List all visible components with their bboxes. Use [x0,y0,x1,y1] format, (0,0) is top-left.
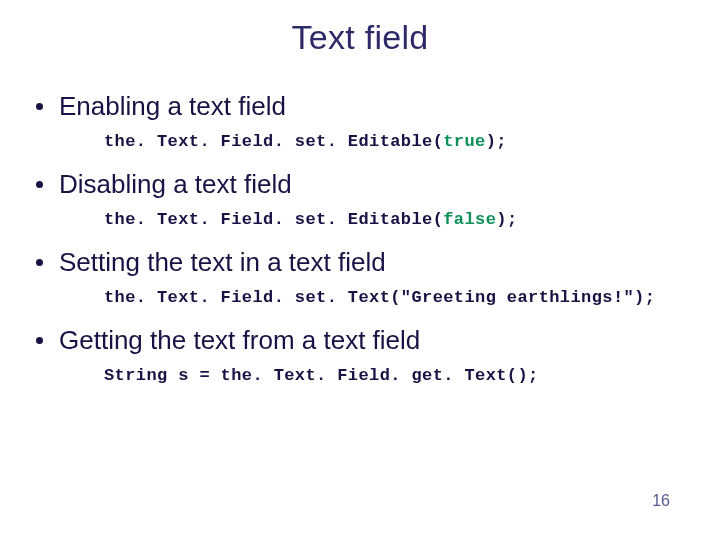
code-prefix-3: the. Text. Field. set. Text("Greeting ea… [104,288,655,307]
slide-title: Text field [36,18,684,57]
code-suffix-2: ); [496,210,517,229]
bullet-heading-3: Setting the text in a text field [36,247,684,278]
bullet-text-1: Enabling a text field [59,91,286,122]
bullet-dot-icon [36,103,43,110]
code-suffix-1: ); [486,132,507,151]
bullet-group-4: Getting the text from a text field Strin… [36,325,684,385]
slide: Text field Enabling a text field the. Te… [0,0,720,385]
code-line-1: the. Text. Field. set. Editable(true); [104,132,684,151]
bullet-heading-1: Enabling a text field [36,91,684,122]
bullet-heading-4: Getting the text from a text field [36,325,684,356]
code-line-3: the. Text. Field. set. Text("Greeting ea… [104,288,684,307]
bullet-text-2: Disabling a text field [59,169,292,200]
bullet-text-3: Setting the text in a text field [59,247,386,278]
bullet-group-2: Disabling a text field the. Text. Field.… [36,169,684,229]
bullet-heading-2: Disabling a text field [36,169,684,200]
bullet-group-1: Enabling a text field the. Text. Field. … [36,91,684,151]
bullet-dot-icon [36,259,43,266]
code-keyword-2: false [443,210,496,229]
code-prefix-1: the. Text. Field. set. Editable( [104,132,443,151]
code-keyword-1: true [443,132,485,151]
code-prefix-4: String s = the. Text. Field. get. Text()… [104,366,539,385]
page-number: 16 [652,492,670,510]
bullet-dot-icon [36,181,43,188]
code-prefix-2: the. Text. Field. set. Editable( [104,210,443,229]
bullet-dot-icon [36,337,43,344]
bullet-group-3: Setting the text in a text field the. Te… [36,247,684,307]
bullet-text-4: Getting the text from a text field [59,325,420,356]
code-line-4: String s = the. Text. Field. get. Text()… [104,366,684,385]
code-line-2: the. Text. Field. set. Editable(false); [104,210,684,229]
